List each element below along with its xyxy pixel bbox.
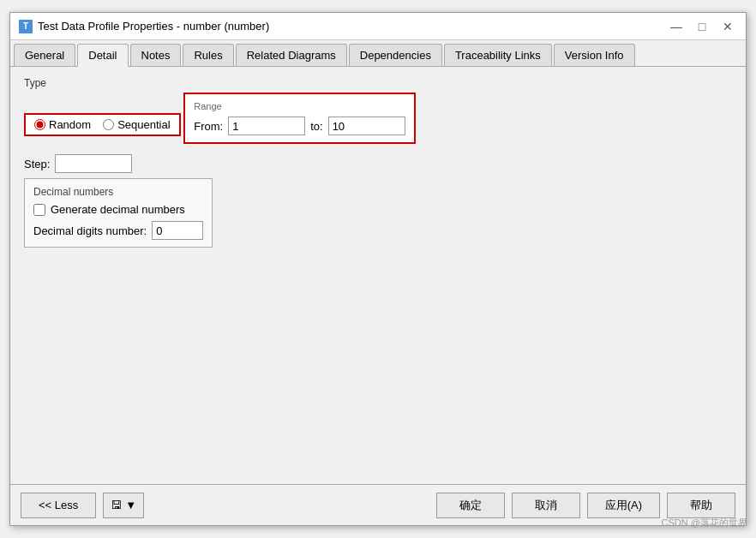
range-label: Range [194,101,405,111]
tab-general[interactable]: General [14,44,75,66]
sequential-label: Sequential [117,118,170,131]
to-label: to: [310,120,322,133]
close-button[interactable]: ✕ [718,17,737,36]
tab-notes[interactable]: Notes [130,44,182,66]
step-row: Step: [24,154,732,173]
random-radio-group: Random [34,118,91,131]
content-area: Type Random Sequential Range From: to: S… [10,67,746,484]
type-box: Random Sequential [24,113,181,136]
maximize-button[interactable]: □ [693,17,711,36]
tab-rules[interactable]: Rules [183,44,233,66]
tab-bar: General Detail Notes Rules Related Diagr… [10,40,746,67]
random-radio[interactable] [34,119,45,130]
footer-left: << Less 🖫 ▼ [21,493,144,518]
footer-right: 确定 取消 应用(A) 帮助 [436,493,735,518]
tab-detail[interactable]: Detail [77,44,128,67]
step-label: Step: [24,158,50,170]
decimal-checkbox-row: Generate decimal numbers [33,203,203,216]
title-bar-left: T Test Data Profile Properties - number … [19,20,269,33]
decimal-section: Decimal numbers Generate decimal numbers… [24,178,213,248]
app-icon: T [19,20,33,33]
save-icon: 🖫 [111,499,122,511]
less-button[interactable]: << Less [21,493,96,518]
confirm-button[interactable]: 确定 [436,493,505,518]
cancel-button[interactable]: 取消 [512,493,580,518]
main-window: T Test Data Profile Properties - number … [9,12,747,526]
tab-related-diagrams[interactable]: Related Diagrams [236,44,347,66]
decimal-title: Decimal numbers [33,186,203,198]
sequential-radio-group: Sequential [103,118,170,131]
watermark: CSDN @落花的世界 [662,517,747,529]
minimize-button[interactable]: — [667,17,686,36]
dropdown-arrow-icon: ▼ [125,499,136,511]
from-label: From: [194,120,223,133]
random-label: Random [49,118,91,131]
help-button[interactable]: 帮助 [667,493,735,518]
range-box: Range From: to: [183,93,415,144]
from-input[interactable] [228,117,305,135]
sequential-radio[interactable] [103,119,114,130]
to-input[interactable] [328,117,405,135]
save-dropdown-button[interactable]: 🖫 ▼ [103,493,144,518]
range-row: From: to: [194,117,405,135]
decimal-digits-label: Decimal digits number: [33,224,147,237]
apply-button[interactable]: 应用(A) [587,493,660,518]
title-controls: — □ ✕ [667,17,737,36]
decimal-checkbox[interactable] [33,204,45,216]
type-label: Type [24,77,732,89]
tab-dependencies[interactable]: Dependencies [349,44,442,66]
decimal-digits-input[interactable] [152,221,203,240]
window-title: Test Data Profile Properties - number (n… [38,20,269,33]
tab-traceability-links[interactable]: Traceability Links [444,44,552,66]
title-bar: T Test Data Profile Properties - number … [10,13,746,40]
decimal-digits-row: Decimal digits number: [33,221,203,240]
tab-version-info[interactable]: Version Info [554,44,635,66]
decimal-checkbox-label: Generate decimal numbers [51,203,185,216]
step-input[interactable] [55,154,132,173]
footer: << Less 🖫 ▼ 确定 取消 应用(A) 帮助 [10,484,746,525]
